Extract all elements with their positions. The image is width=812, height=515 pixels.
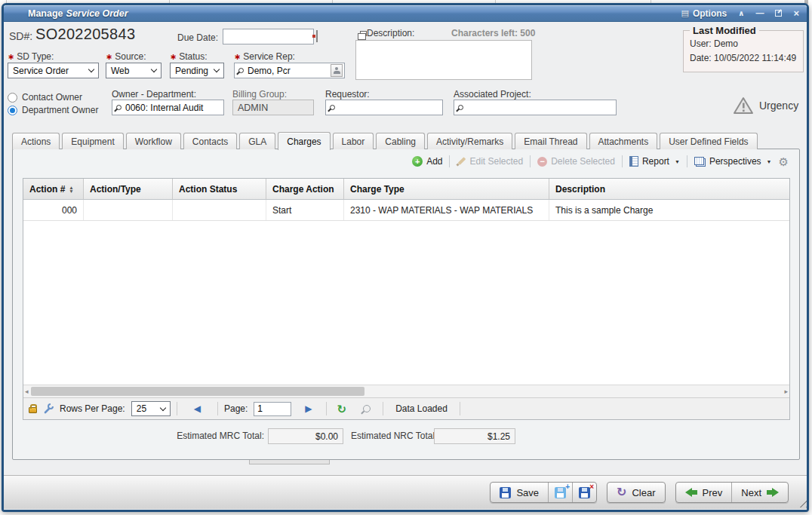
collapse-icon[interactable]: ∧: [738, 10, 744, 17]
horizontal-scrollbar[interactable]: ◂ ▸: [23, 385, 789, 397]
tab-email-thread[interactable]: Email Thread: [515, 133, 586, 149]
tab-workflow[interactable]: Workflow: [126, 133, 181, 149]
scroll-left-icon[interactable]: ◂: [25, 387, 29, 396]
tab-activity-remarks[interactable]: Activity/Remarks: [427, 133, 512, 149]
description-textarea[interactable]: [355, 40, 532, 80]
window-title: ManageService Order: [28, 8, 128, 19]
source-select[interactable]: Web: [106, 63, 161, 78]
perspectives-button[interactable]: Perspectives ▼: [694, 156, 772, 167]
requestor-field[interactable]: [325, 100, 443, 115]
popout-icon[interactable]: [775, 10, 782, 17]
contact-owner-option[interactable]: Contact Owner: [8, 92, 82, 103]
perspectives-label: Perspectives: [709, 156, 761, 167]
tab-cabling[interactable]: Cabling: [376, 133, 425, 149]
owner-department-field[interactable]: 0060: Internal Audit: [112, 100, 224, 115]
page-input[interactable]: [254, 402, 291, 416]
due-date-input[interactable]: [223, 29, 314, 44]
next-page-icon[interactable]: ▶: [305, 404, 312, 413]
column-header-action-status[interactable]: Action Status: [173, 179, 266, 199]
prev-page-icon[interactable]: ◀: [194, 404, 201, 413]
column-header-description[interactable]: Description: [549, 179, 789, 199]
lock-icon[interactable]: [29, 407, 37, 413]
tab-charges[interactable]: Charges: [278, 132, 330, 150]
save-and-close-icon: ×: [579, 487, 590, 498]
urgency-button[interactable]: Urgency: [733, 97, 798, 115]
cell-description: This is a sample Charge: [549, 200, 789, 220]
toolbar-separator: [530, 155, 531, 167]
save-and-close-button[interactable]: ×: [572, 483, 596, 502]
title-bar: ManageService Order ▤ Options ∧ — ×: [4, 5, 807, 22]
table-row[interactable]: 000 Start 2310 - WAP MATERIALS - WAP MAT…: [23, 200, 789, 221]
column-header-charge-type[interactable]: Charge Type: [344, 179, 549, 199]
pager-separator: [177, 402, 177, 415]
status-value: Pending: [175, 66, 208, 76]
tab-actions[interactable]: Actions: [12, 133, 60, 149]
rows-per-page-select[interactable]: 25: [131, 401, 171, 416]
required-asterisk: ∗: [170, 52, 177, 61]
scroll-right-icon[interactable]: ▸: [784, 387, 788, 396]
toolbar-separator: [687, 155, 687, 167]
save-and-new-button[interactable]: +: [548, 483, 572, 502]
options-icon: ▤: [681, 9, 689, 17]
chevron-down-icon: [88, 66, 94, 72]
billing-group-value: ADMIN: [232, 100, 314, 115]
tab-gla[interactable]: GLA: [239, 133, 275, 149]
tab-labor[interactable]: Labor: [333, 133, 374, 149]
sort-icon[interactable]: ▲▼: [69, 185, 73, 193]
sd-type-select[interactable]: Service Order: [8, 63, 99, 78]
close-icon[interactable]: ×: [793, 8, 799, 18]
clear-button[interactable]: ↻ Clear: [607, 482, 665, 503]
tab-attachments[interactable]: Attachments: [589, 133, 658, 149]
edit-selected-label: Edit Selected: [469, 156, 523, 167]
description-label: Description:: [367, 28, 414, 38]
department-owner-radio[interactable]: [8, 106, 17, 115]
tab-contacts[interactable]: Contacts: [183, 133, 237, 149]
column-header-action-num[interactable]: Action # ▲▼: [23, 179, 84, 199]
service-rep-field[interactable]: Demo, Pcr: [234, 63, 345, 78]
options-button[interactable]: ▤ Options: [681, 8, 727, 19]
options-label: Options: [693, 8, 727, 19]
toolbar-separator: [622, 155, 623, 167]
column-header-action-type[interactable]: Action/Type: [84, 179, 173, 199]
wrench-icon[interactable]: [43, 403, 54, 414]
department-owner-option[interactable]: Department Owner: [8, 105, 98, 115]
last-modified-panel: Last Modified User: Demo Date: 10/05/202…: [683, 25, 804, 72]
edit-selected-button[interactable]: Edit Selected: [457, 156, 523, 167]
owner-department-value: 0060: Internal Audit: [125, 103, 203, 113]
last-modified-date: Date: 10/05/2022 11:14:49: [690, 51, 797, 66]
add-label: Add: [426, 156, 442, 167]
prev-label: Prev: [703, 487, 723, 498]
description-expand-icon[interactable]: [360, 31, 367, 36]
urgency-label: Urgency: [759, 100, 798, 112]
pager-search-icon[interactable]: [363, 405, 371, 412]
next-arrow-icon: [767, 488, 779, 497]
prev-button[interactable]: Prev: [676, 483, 732, 502]
required-asterisk: ∗: [106, 52, 112, 61]
save-button[interactable]: Save: [491, 483, 548, 502]
next-button[interactable]: Next: [731, 483, 788, 502]
column-header-charge-action[interactable]: Charge Action: [266, 179, 344, 199]
clear-icon: ↻: [617, 486, 626, 498]
status-select[interactable]: Pending: [170, 63, 224, 78]
associated-project-field[interactable]: [454, 100, 617, 115]
estimated-mrc-label: Estimated MRC Total:: [155, 431, 264, 441]
requestor-label: Requestor:: [325, 89, 370, 100]
pager-separator: [460, 402, 460, 415]
scrollbar-thumb[interactable]: [31, 387, 364, 396]
calendar-icon[interactable]: [316, 30, 318, 42]
add-button[interactable]: + Add: [412, 156, 442, 167]
resize-grip[interactable]: [796, 497, 807, 507]
chevron-down-icon: [159, 404, 165, 410]
status-label: Status:: [179, 51, 207, 62]
report-button[interactable]: Report ▼: [629, 156, 680, 167]
contact-owner-radio[interactable]: [8, 93, 17, 103]
gear-icon[interactable]: ⚙: [779, 156, 789, 167]
tab-equipment[interactable]: Equipment: [62, 133, 123, 149]
tab-user-defined-fields[interactable]: User Defined Fields: [660, 133, 757, 149]
sd-type-value: Service Order: [13, 66, 69, 76]
search-icon: [116, 105, 121, 110]
refresh-icon[interactable]: ↻: [337, 403, 347, 415]
service-rep-person-button[interactable]: [331, 64, 343, 77]
delete-selected-button[interactable]: − Delete Selected: [537, 156, 615, 167]
minimize-icon[interactable]: —: [755, 9, 764, 17]
